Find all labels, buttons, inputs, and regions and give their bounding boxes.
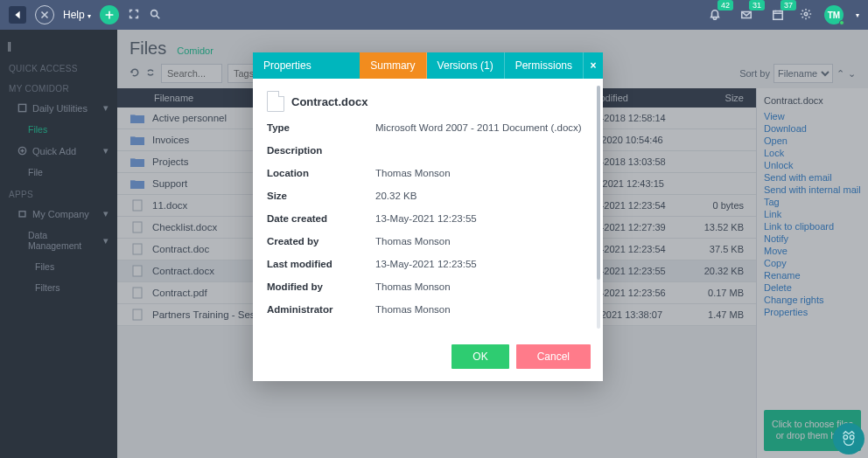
document-icon [267, 91, 284, 112]
assistant-owl-icon[interactable] [833, 423, 864, 455]
property-key: Date created [267, 213, 375, 224]
property-row: Date created13-May-2021 12:23:55 [267, 213, 589, 224]
property-key: Modified by [267, 281, 375, 292]
property-row: Description [267, 145, 589, 156]
property-value: Thomas Monson [375, 281, 589, 292]
property-key: Created by [267, 236, 375, 246]
property-row: Created byThomas Monson [267, 236, 589, 246]
svg-point-17 [844, 435, 848, 440]
cancel-button[interactable]: Cancel [516, 344, 591, 369]
property-value: Thomas Monson [375, 236, 589, 246]
property-row: AdministratorThomas Monson [267, 304, 589, 315]
property-row: Last modified13-May-2021 12:23:55 [267, 259, 589, 269]
property-value: Thomas Monson [375, 304, 589, 315]
properties-modal: Properties Summary Versions (1) Permissi… [253, 52, 603, 381]
property-value: 20.32 KB [375, 191, 589, 201]
property-value: 13-May-2021 12:23:55 [375, 259, 589, 269]
tab-versions[interactable]: Versions (1) [427, 52, 505, 79]
property-row: Modified byThomas Monson [267, 281, 589, 292]
property-row: LocationThomas Monson [267, 168, 589, 178]
modal-title: Properties [253, 52, 360, 79]
property-key: Size [267, 191, 375, 201]
property-key: Type [267, 122, 375, 133]
tab-summary[interactable]: Summary [360, 52, 426, 79]
property-key: Description [267, 145, 375, 156]
modal-scrollbar[interactable] [597, 86, 600, 329]
property-key: Last modified [267, 259, 375, 269]
property-row: TypeMicrosoft Word 2007 - 2011 Document … [267, 122, 589, 133]
property-value [375, 145, 589, 156]
property-row: Size20.32 KB [267, 191, 589, 201]
property-value: 13-May-2021 12:23:55 [375, 213, 589, 224]
modal-tabs: Properties Summary Versions (1) Permissi… [253, 52, 603, 79]
tab-permissions[interactable]: Permissions [505, 52, 584, 79]
property-value: Microsoft Word 2007 - 2011 Document (.do… [375, 122, 589, 133]
property-key: Location [267, 168, 375, 178]
svg-point-18 [850, 435, 854, 440]
property-value: Thomas Monson [375, 168, 589, 178]
close-icon[interactable]: × [584, 52, 603, 79]
property-key: Administrator [267, 304, 375, 315]
modal-doc-name: Contract.docx [291, 95, 368, 108]
ok-button[interactable]: OK [452, 344, 508, 369]
